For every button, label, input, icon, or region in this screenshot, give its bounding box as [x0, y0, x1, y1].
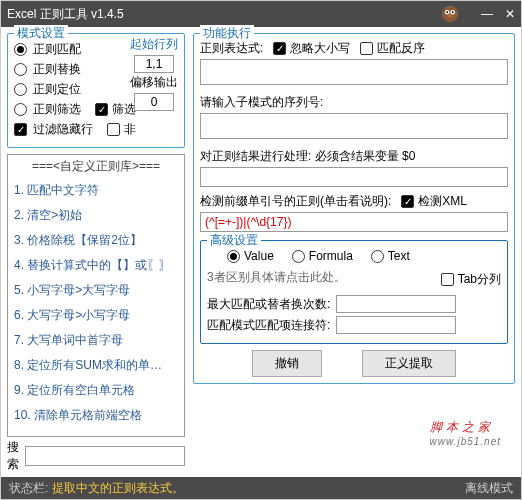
status-mode: 离线模式 [465, 480, 513, 497]
adv-value-label: Value [244, 249, 274, 263]
exec-legend: 功能执行 [200, 25, 254, 42]
mode-legend: 模式设置 [14, 25, 68, 42]
subpattern-input[interactable] [200, 113, 508, 139]
reverse-label: 匹配反序 [377, 40, 425, 57]
search-label: 搜索 [7, 439, 21, 473]
lib-header: ===<自定义正则库>=== [8, 155, 184, 178]
mode-label-filter: 正则筛选 [33, 101, 81, 118]
list-item[interactable]: 1. 匹配中文字符 [8, 178, 184, 203]
postprocess-input[interactable] [200, 167, 508, 187]
titlebar: Excel 正则工具 v1.4.5 — ✕ [1, 1, 521, 27]
list-item[interactable]: 8. 定位所有SUM求和的单… [8, 353, 184, 378]
max-label: 最大匹配或替者换次数: [207, 296, 330, 313]
adv-text-label: Text [388, 249, 410, 263]
status-value: 提取中文的正则表达式。 [52, 480, 461, 497]
offset-input[interactable] [134, 93, 174, 111]
mode-radio-locate[interactable] [14, 83, 27, 96]
svg-point-4 [452, 11, 454, 13]
ignorecase-label: 忽略大小写 [290, 40, 350, 57]
adv-hint[interactable]: 3者区别具体请点击此处。 [207, 269, 431, 286]
mode-label-hide: 过滤隐藏行 [33, 121, 93, 138]
sub-label: 请输入子模式的序列号: [200, 94, 323, 111]
join-sep-input[interactable] [336, 316, 456, 334]
prefix-regex-input[interactable] [200, 212, 508, 232]
xml-check[interactable] [401, 195, 414, 208]
startcol-label: 起始行列 [130, 36, 178, 53]
list-item[interactable]: 9. 定位所有空白单元格 [8, 378, 184, 403]
mode-label-replace: 正则替换 [33, 61, 81, 78]
list-item[interactable]: 7. 大写单词中首字母 [8, 328, 184, 353]
mode-radio-match[interactable] [14, 43, 27, 56]
ignorecase-check[interactable] [273, 42, 286, 55]
list-item[interactable]: 4. 替换计算式中的【】或〖〗 [8, 253, 184, 278]
svg-point-3 [446, 11, 448, 13]
filter-check[interactable] [95, 103, 108, 116]
regex-library-list[interactable]: ===<自定义正则库>=== 1. 匹配中文字符 2. 清空>初始 3. 价格除… [7, 154, 185, 437]
fei-check[interactable] [107, 123, 120, 136]
list-item[interactable]: 5. 小写字母>大写字母 [8, 278, 184, 303]
list-item[interactable]: 3. 价格除税【保留2位】 [8, 228, 184, 253]
statusbar: 状态栏: 提取中文的正则表达式。 离线模式 [1, 477, 521, 499]
adv-radio-value[interactable] [227, 250, 240, 263]
fei-label: 非 [124, 121, 136, 138]
owl-logo-icon [439, 3, 461, 25]
prefix-label[interactable]: 检测前缀单引号的正则(单击看说明): [200, 193, 391, 210]
offset-label: 偏移输出 [130, 74, 178, 91]
reverse-check[interactable] [360, 42, 373, 55]
status-label: 状态栏: [9, 480, 48, 497]
mode-radio-filter[interactable] [14, 103, 27, 116]
run-button[interactable]: 正义提取 [362, 350, 456, 377]
search-input[interactable] [25, 446, 185, 466]
list-item[interactable]: 2. 清空>初始 [8, 203, 184, 228]
adv-legend: 高级设置 [207, 232, 261, 249]
advanced-panel: 高级设置 Value Formula Text 3者区别具体请点击此处。 Tab… [200, 240, 508, 344]
close-button[interactable]: ✕ [505, 7, 515, 21]
xml-label: 检测XML [418, 193, 467, 210]
list-item[interactable]: 6. 大写字母>小写字母 [8, 303, 184, 328]
mode-label-match: 正则匹配 [33, 41, 81, 58]
undo-button[interactable]: 撤销 [252, 350, 322, 377]
list-item[interactable]: 10. 清除单元格前端空格 [8, 403, 184, 428]
adv-radio-formula[interactable] [292, 250, 305, 263]
adv-formula-label: Formula [309, 249, 353, 263]
exec-panel: 功能执行 正则表达式: 忽略大小写 匹配反序 请输入子模式的序列号: 对正则结果… [193, 33, 515, 384]
window-title: Excel 正则工具 v1.4.5 [7, 6, 481, 23]
tab-split-label: Tab分列 [458, 271, 501, 288]
mode-settings-panel: 模式设置 起始行列 偏移输出 正则匹配 正则替换 正则定位 正则筛选 筛选 过滤… [7, 33, 185, 148]
startcol-input[interactable] [134, 55, 174, 73]
mode-radio-replace[interactable] [14, 63, 27, 76]
adv-radio-text[interactable] [371, 250, 384, 263]
post-label: 对正则结果进行处理: 必须含结果变量 $0 [200, 148, 415, 165]
tab-split-check[interactable] [441, 273, 454, 286]
watermark: 脚本之家 www.jb51.net [430, 413, 501, 447]
expr-label: 正则表达式: [200, 40, 263, 57]
mode-label-locate: 正则定位 [33, 81, 81, 98]
minimize-button[interactable]: — [481, 7, 493, 21]
max-count-input[interactable] [336, 295, 456, 313]
regex-expr-input[interactable] [200, 59, 508, 85]
join-label: 匹配模式匹配项连接符: [207, 317, 330, 334]
hide-rows-check[interactable] [14, 123, 27, 136]
